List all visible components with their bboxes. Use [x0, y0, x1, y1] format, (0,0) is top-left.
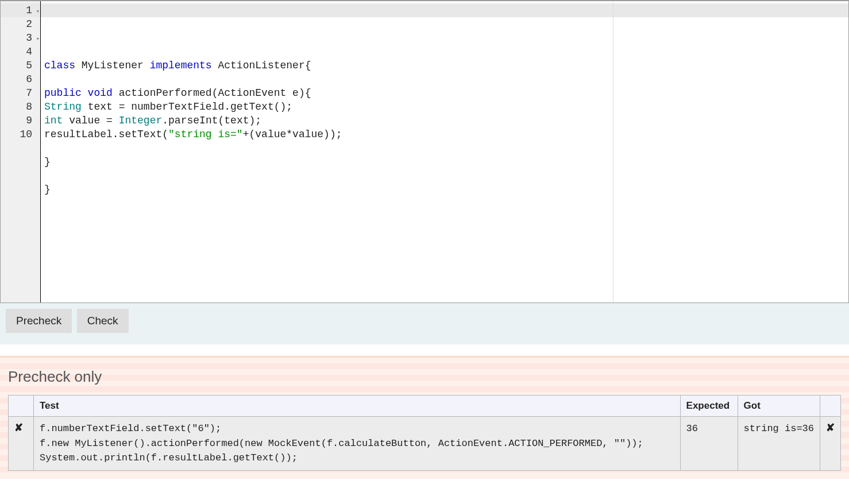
- cell-expected: 36: [680, 417, 738, 471]
- editor-gutter: 12345678910: [1, 1, 41, 303]
- precheck-button[interactable]: Precheck: [6, 309, 72, 333]
- line-number: 1: [1, 3, 40, 17]
- results-heading: Precheck only: [8, 368, 841, 386]
- line-number: 4: [1, 45, 40, 59]
- line-number: 8: [1, 100, 40, 114]
- cell-got: string is=36: [738, 417, 820, 471]
- code-line[interactable]: [44, 72, 848, 86]
- active-line-highlight: [41, 3, 848, 17]
- header-expected: Expected: [680, 396, 738, 417]
- line-number: 3: [1, 31, 40, 45]
- header-got: Got: [738, 396, 820, 417]
- code-line[interactable]: resultLabel.setText("string is="+(value*…: [44, 127, 848, 141]
- line-number: 2: [1, 17, 40, 31]
- spacer: [0, 344, 849, 356]
- code-line[interactable]: }: [44, 155, 848, 169]
- fail-icon: ✘: [9, 417, 34, 471]
- line-number: 10: [1, 127, 40, 141]
- code-editor[interactable]: 12345678910 class MyListener implements …: [0, 0, 849, 303]
- code-line[interactable]: [44, 169, 848, 183]
- code-line[interactable]: [44, 141, 848, 155]
- print-margin: [613, 1, 613, 303]
- results-table: Test Expected Got ✘f.numberTextField.set…: [8, 395, 841, 471]
- check-button[interactable]: Check: [77, 309, 129, 333]
- header-status-right: [820, 396, 841, 417]
- line-number: 5: [1, 59, 40, 72]
- action-bar: Precheck Check: [0, 303, 849, 344]
- code-line[interactable]: }: [44, 183, 848, 196]
- code-line[interactable]: int value = Integer.parseInt(text);: [44, 114, 848, 127]
- cell-test: f.numberTextField.setText("6"); f.new My…: [34, 417, 681, 471]
- code-area[interactable]: class MyListener implements ActionListen…: [41, 1, 848, 303]
- code-line[interactable]: String text = numberTextField.getText();: [44, 100, 848, 114]
- line-number: 6: [1, 72, 40, 86]
- code-line[interactable]: public void actionPerformed(ActionEvent …: [44, 86, 848, 100]
- table-row: ✘f.numberTextField.setText("6"); f.new M…: [9, 417, 841, 471]
- header-test: Test: [34, 396, 681, 417]
- fail-icon: ✘: [820, 417, 841, 471]
- line-number: 7: [1, 86, 40, 100]
- header-status: [9, 396, 34, 417]
- code-line[interactable]: class MyListener implements ActionListen…: [44, 59, 848, 72]
- results-panel: Precheck only Test Expected Got ✘f.numbe…: [0, 356, 849, 479]
- line-number: 9: [1, 114, 40, 127]
